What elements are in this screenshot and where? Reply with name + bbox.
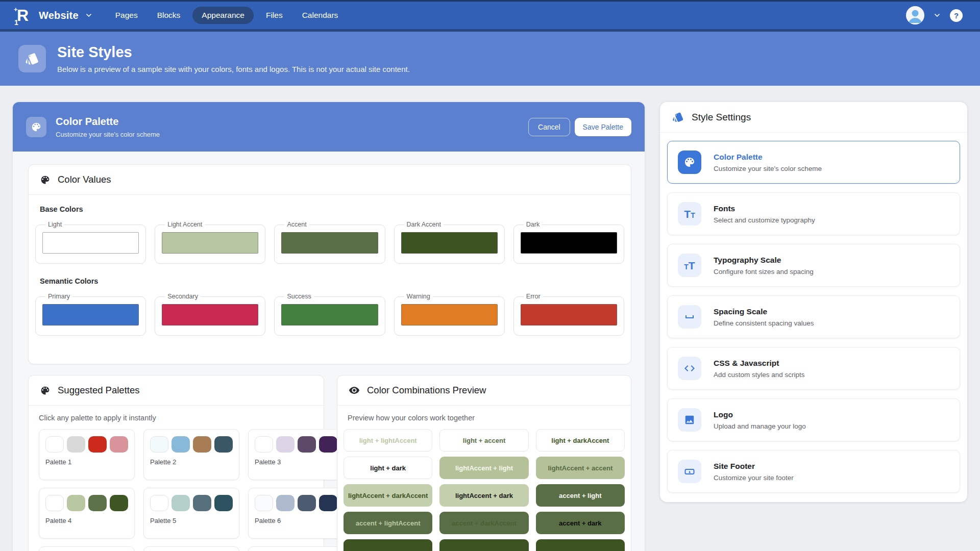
style-tags-icon — [25, 52, 39, 66]
combo-chip — [344, 539, 432, 551]
palette-tile-cut[interactable] — [248, 546, 344, 551]
palette-icon — [683, 156, 696, 168]
settings-item-spacing-scale[interactable]: Spacing Scale Define consistent spacing … — [667, 295, 960, 338]
nav-item-files[interactable]: Files — [259, 7, 290, 24]
brand-logo-icon: R + 1 — [13, 5, 33, 26]
palette-name: Palette 1 — [45, 458, 128, 466]
color-field-light[interactable]: Light — [35, 221, 146, 264]
settings-item-site-footer[interactable]: Site Footer Customize your site footer — [667, 450, 960, 493]
palette-icon — [31, 121, 42, 133]
light-accent-swatch[interactable] — [162, 232, 258, 254]
color-values-body: Base Colors Light Light Accent Accent — [29, 195, 631, 359]
palette-tile-4[interactable]: Palette 4 — [39, 488, 135, 539]
palette-name: Palette 3 — [255, 458, 337, 466]
palette-chip — [88, 495, 107, 511]
page-subtitle: Below is a preview of a sample site with… — [57, 65, 410, 73]
palette-chip — [110, 495, 128, 511]
cancel-button[interactable]: Cancel — [528, 118, 570, 136]
color-field-success[interactable]: Success — [274, 293, 385, 336]
palette-tile-1[interactable]: Palette 1 — [39, 429, 135, 480]
semantic-colors-row: Primary Secondary Success Warning — [35, 293, 624, 336]
color-field-secondary[interactable]: Secondary — [155, 293, 265, 336]
site-styles-icon-tile — [18, 45, 46, 72]
combo-chip: light + accent — [439, 429, 528, 452]
space-bar-icon — [683, 311, 696, 323]
color-field-error[interactable]: Error — [513, 293, 624, 336]
palette-chip — [67, 436, 85, 453]
accent-swatch[interactable] — [281, 232, 378, 254]
success-swatch[interactable] — [281, 304, 378, 325]
combo-chip: lightAccent + darkAccent — [344, 484, 432, 507]
color-palette-editor: Color Palette Customize your site's colo… — [13, 102, 645, 551]
color-field-dark-accent[interactable]: Dark Accent — [394, 221, 505, 264]
user-avatar[interactable] — [906, 6, 924, 24]
color-combinations-head: Color Combinations Preview — [337, 375, 631, 406]
palette-chip — [255, 436, 273, 453]
save-palette-button[interactable]: Save Palette — [575, 118, 631, 136]
style-settings-head: Style Settings — [660, 102, 967, 133]
nav-item-pages[interactable]: Pages — [108, 7, 145, 24]
palette-tile-cut[interactable] — [39, 546, 135, 551]
nav-item-blocks[interactable]: Blocks — [150, 7, 188, 24]
palette-tile-cut[interactable] — [143, 546, 239, 551]
combo-chip: accent + darkAccent — [439, 512, 528, 534]
palette-tile-2[interactable]: Palette 2 — [143, 429, 239, 480]
combo-chip: lightAccent + accent — [536, 457, 625, 479]
dark-swatch[interactable] — [521, 232, 617, 254]
palette-chip — [255, 495, 273, 511]
suggested-palettes-title: Suggested Palettes — [58, 385, 139, 396]
error-swatch[interactable] — [521, 304, 617, 325]
palette-chip — [172, 495, 190, 511]
style-tags-icon — [672, 111, 684, 123]
chevron-down-icon — [85, 11, 93, 19]
combo-chip-grid: light + lightAccent light + accent light… — [344, 429, 625, 551]
palette-chip — [67, 495, 85, 511]
settings-item-logo[interactable]: Logo Upload and manage your logo — [667, 398, 960, 441]
color-values-card: Color Values Base Colors Light Light Acc… — [28, 164, 631, 364]
warning-swatch[interactable] — [401, 304, 498, 325]
brand-menu[interactable]: R + 1 Website — [13, 5, 93, 26]
svg-text:+: + — [14, 6, 18, 13]
help-button[interactable]: ? — [950, 9, 963, 22]
account-chevron-down-icon[interactable] — [933, 11, 941, 19]
palette-chip — [319, 495, 337, 511]
suggested-caption: Click any palette to apply it instantly — [39, 414, 313, 422]
palette-chip — [214, 495, 233, 511]
eye-icon — [349, 385, 360, 396]
palette-name: Palette 6 — [255, 517, 337, 524]
nav-item-calendars[interactable]: Calendars — [295, 7, 346, 24]
palette-chip — [110, 436, 128, 453]
settings-item-fonts[interactable]: TT Fonts Select and customize typography — [667, 192, 960, 235]
palette-tile-6[interactable]: Palette 6 — [248, 488, 344, 539]
color-field-primary[interactable]: Primary — [35, 293, 146, 336]
dark-accent-swatch[interactable] — [401, 232, 498, 254]
color-combinations-card: Color Combinations Preview Preview how y… — [337, 375, 631, 551]
color-field-light-accent[interactable]: Light Accent — [155, 221, 265, 264]
light-swatch[interactable] — [42, 232, 139, 254]
palette-chip — [172, 436, 190, 453]
color-combinations-title: Color Combinations Preview — [367, 385, 486, 396]
palette-tile-5[interactable]: Palette 5 — [143, 488, 239, 539]
color-field-dark[interactable]: Dark — [513, 221, 624, 264]
editor-actions: Cancel Save Palette — [528, 118, 631, 136]
style-settings-title: Style Settings — [692, 112, 751, 123]
base-colors-heading: Base Colors — [40, 205, 624, 213]
settings-item-color-palette[interactable]: Color Palette Customize your site's colo… — [667, 141, 960, 184]
combo-chip — [536, 539, 625, 551]
image-icon — [684, 414, 695, 425]
settings-item-css-javascript[interactable]: CSS & Javascript Add custom styles and s… — [667, 347, 960, 390]
page-header: Site Styles Below is a preview of a samp… — [0, 32, 980, 86]
palette-chip — [298, 436, 316, 453]
color-field-accent[interactable]: Accent — [274, 221, 385, 264]
settings-item-typography-scale[interactable]: TT Typography Scale Configure font sizes… — [667, 244, 960, 287]
palette-chip — [88, 436, 107, 453]
svg-text:1: 1 — [14, 18, 18, 26]
secondary-swatch[interactable] — [162, 304, 258, 325]
semantic-colors-heading: Semantic Colors — [40, 277, 624, 285]
nav-item-appearance[interactable]: Appearance — [192, 7, 254, 24]
person-icon — [906, 6, 924, 24]
color-field-warning[interactable]: Warning — [394, 293, 505, 336]
primary-swatch[interactable] — [42, 304, 139, 325]
fonts-icon: TT — [684, 209, 695, 219]
palette-tile-3[interactable]: Palette 3 — [248, 429, 344, 480]
